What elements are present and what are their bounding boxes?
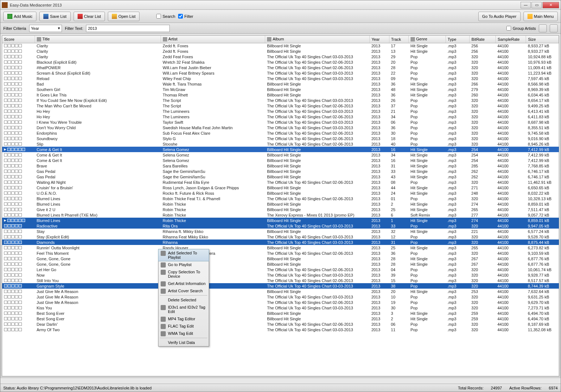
table-row[interactable]: StayRihanna ft. Mikky EkkoBillboard Hit … [2,229,559,234]
table-row[interactable]: Just Give Me A ReasonP!nk ft. Nate Ruess… [2,289,559,294]
column-header-type[interactable]: Type [446,36,470,43]
search-checkbox[interactable]: Search [156,14,175,19]
context-menu-item[interactable]: Artist Cover Search [158,287,209,294]
table-row[interactable]: #thatPOWERWill.i.am Feat Justin BieberTh… [2,65,559,70]
context-menu-item[interactable]: Go to Playlist [158,261,209,268]
context-menu-item[interactable]: ID3v1 and ID3v2 Tag Edit [158,304,209,315]
context-menu-item[interactable]: MP4 Tag Editor [158,315,209,322]
table-row[interactable]: The Man Who Can't Be MovedThe ScriptThe … [2,103,559,108]
table-row[interactable]: RadioactiveRita OraThe Official Uk Top 4… [2,223,559,229]
filter-criteria-dropdown[interactable]: Year▾ [29,25,62,32]
filter-text-input[interactable] [86,25,170,32]
table-row[interactable]: Blurred LinesRobin Thicke Feat T.I. & Ph… [2,196,559,201]
table-row[interactable]: Best Song EverOne DirectionBillboard Hit… [2,316,559,321]
table-row[interactable]: Let Her GoPassengerThe Official Uk Top 4… [2,267,559,272]
table-row[interactable]: BraveSara BareillesBillboard Hit Single2… [2,163,559,169]
table-row[interactable]: Gangnam StylePSYThe Official Uk Top 40 S… [2,283,559,289]
table-row[interactable]: ▶Come & Get ItSelena GomezBillboard Hit … [2,147,559,152]
table-row[interactable]: BadWale ft. Tiara ThomasBillboard Hit Si… [2,81,559,87]
table-row[interactable]: Gas PedalSage the Gemini/IamSuBillboard … [2,169,559,174]
column-header-score[interactable]: Score [2,36,35,43]
close-button[interactable]: ✕ [542,2,559,8]
table-row[interactable]: SlipStoosheThe Official Uk Top 40 Single… [2,141,559,147]
maximize-button[interactable]: ▭ [531,2,542,8]
table-row[interactable]: Gone, Gone, GonePhillip PhillipsBillboar… [2,256,559,261]
table-row[interactable]: EndorphinsSub Focus Feat Alex ClareThe O… [2,130,559,136]
table-row[interactable]: SoundbwoyStylo GThe Official Uk Top 40 S… [2,136,559,141]
remove-icon-button[interactable] [550,24,558,32]
score-cell [4,153,33,157]
table-row[interactable]: Kiss YouOne DirectionThe Official Uk Top… [2,305,559,310]
table-row[interactable]: Just Give Me A ReasonP!nk Feat Nate Rues… [2,294,559,300]
table-row[interactable]: DiamondsRihannaThe Official Uk Top 40 Si… [2,239,559,245]
column-header-samplerate[interactable]: SampleRate [495,36,526,43]
context-menu-item[interactable]: Delete Selected [158,296,209,304]
table-row[interactable]: Blackout (Explicit Edit)Wretch 32 Feat S… [2,59,559,65]
table-row[interactable]: Cruisin' for a Bruisin'Ross Lynch, Jason… [2,185,559,190]
column-header-track[interactable]: Track [389,36,409,43]
table-row[interactable]: Southern GirlTim McGrawBillboard Hit Sin… [2,87,559,92]
score-cell [4,213,33,217]
table-row[interactable]: Dear Darlin'Olly MursThe Official Uk Top… [2,321,559,327]
table-row[interactable]: Blurred LinesRobin ThickeBillboard Hit S… [2,201,559,207]
score-cell [4,131,33,135]
main-menu-button[interactable]: Main Menu [523,12,558,21]
table-row[interactable]: ▶Blurred LinesRobin ThickeBillboard Hit … [2,218,559,223]
table-row[interactable]: Don't You Worry ChildSwedish House Mafia… [2,125,559,130]
add-music-button[interactable]: Add Music [3,12,36,21]
save-list-button[interactable]: Save List [39,12,70,21]
table-row[interactable]: Gas PedalSage the Gemini/IamSuBillboard … [2,174,559,179]
track-table[interactable]: ScoreTitleArtistAlbumYearTrackGenreTypeB… [2,35,559,376]
column-header-size[interactable]: Size [526,36,559,43]
score-cell [4,110,33,113]
context-menu-item[interactable]: Verify List Data [158,339,209,346]
table-row[interactable]: Ho HeyThe LumineersThe Official Uk Top 4… [2,114,559,119]
horizontal-scrollbar[interactable] [0,378,561,384]
titlebar: Easy-Data Mediacenter 2013 — ▭ ✕ [0,0,561,10]
table-row[interactable]: Gone, Gone, GonePhillip PhillipsBillboar… [2,261,559,267]
context-menu-item[interactable]: Add Selected To Playlist [158,249,209,261]
add-icon-button[interactable] [539,24,547,32]
table-row[interactable]: Ho HeyThe LumineersThe Official Uk Top 4… [2,108,559,114]
open-list-button[interactable]: Open List [108,12,140,21]
clear-list-button[interactable]: Clear List [74,12,105,21]
context-menu-item[interactable]: Copy Selection To Device [158,268,209,280]
table-row[interactable]: Army Of TwoOlly MursThe Official Uk Top … [2,327,559,332]
column-header-title[interactable]: Title [35,36,161,43]
table-row[interactable]: NowParamoreThe Official Uk Top 40 Single… [2,272,559,278]
table-row[interactable]: Best Song EverOne DirectionBillboard Hit… [2,310,559,316]
table-row[interactable]: Runnin' Outta MoonlightRandy HouserBillb… [2,245,559,250]
table-row[interactable]: Come & Get ItSelena GomezBillboard Hit S… [2,152,559,158]
table-row[interactable]: ClarityZedd Feat FoxesThe Official Uk To… [2,54,559,59]
table-row[interactable]: ClarityZedd ft. FoxesBillboard Hit Singl… [2,48,559,54]
status-bar: Status: Audio library C:\Programmering12… [0,384,561,392]
column-header-genre[interactable]: Genre [409,36,446,43]
context-menu-item[interactable]: FLAC Tag Edit [158,322,209,330]
goto-audio-player-button[interactable]: Go To Audio Player [478,12,521,21]
table-row[interactable]: Waiting All NightRudimental Feat Ella Ey… [2,179,559,185]
table-row[interactable]: Stay (Explicit Edit)Rihanna Feat Mikky E… [2,234,559,239]
minimize-button[interactable]: — [521,2,531,8]
table-row[interactable]: Feel This MomentPitbull Feat Christina A… [2,250,559,256]
toolbar: Add Music Save List Clear List Open List… [0,10,561,23]
table-row[interactable]: ClarityZedd ft. FoxesBillboard Hit Singl… [2,43,559,48]
table-row[interactable]: Come & Get ItSelena GomezBillboard Hit S… [2,158,559,163]
table-row[interactable]: Scream & Shout (Explicit Edit)Will.i.am … [2,70,559,76]
column-header-album[interactable]: Album [265,36,369,43]
table-row[interactable]: It Goes Like ThisThomas RhettBillboard H… [2,92,559,98]
table-row[interactable]: Blurred Lines ft Pharrell (TXE Mix)Robin… [2,212,559,218]
group-artists-checkbox[interactable]: Group Artists [506,26,536,31]
table-row[interactable]: If You Could See Me Now (Explicit Edit)T… [2,98,559,103]
column-header-bitrate[interactable]: BitRate [470,36,496,43]
table-row[interactable]: U.O.E.N.O.Rocko ft. Future & Rick RossBi… [2,190,559,196]
context-menu-item[interactable]: WMA Tag Edit [158,330,209,337]
column-header-artist[interactable]: Artist [161,36,265,43]
table-row[interactable]: ReloadWiley Feat ChipThe Official Uk Top… [2,76,559,81]
filter-checkbox[interactable]: Filter [178,14,193,19]
table-row[interactable]: Still Into YouParamoreThe Official Uk To… [2,278,559,283]
table-row[interactable]: I Knew You Were TroubleTaylor SwiftThe O… [2,119,559,125]
table-row[interactable]: Give it 2 URobin ThickeBillboard Hit Sin… [2,207,559,212]
table-row[interactable]: Just Give Me A ReasonP!nk Feat Nate Rues… [2,300,559,305]
column-header-year[interactable]: Year [369,36,389,43]
context-menu-item[interactable]: Get Artist Information [158,280,209,287]
